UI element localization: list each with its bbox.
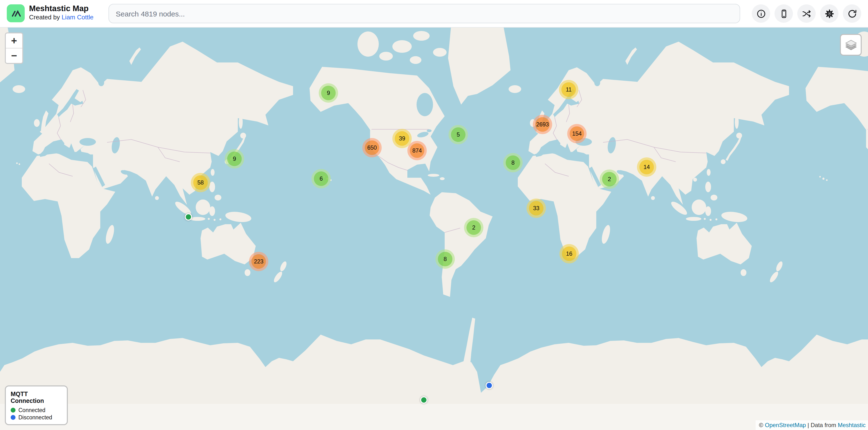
refresh-button[interactable] [843, 4, 861, 23]
map-attribution: © OpenStreetMap | Data from Meshtastic [755, 420, 868, 430]
legend-title: MQTT Connection [11, 391, 62, 404]
node-cluster-marker[interactable]: 6 [311, 169, 331, 188]
top-bar: Meshtastic Map Created by Liam Cottle [0, 0, 868, 28]
settings-button[interactable] [820, 4, 838, 23]
node-cluster-marker[interactable]: 33 [527, 199, 546, 218]
settings-icon [824, 8, 834, 19]
connected-dot [11, 408, 16, 412]
info-button[interactable] [752, 4, 770, 23]
refresh-icon [847, 8, 857, 19]
node-cluster-marker[interactable]: 8 [503, 153, 523, 172]
node-cluster-marker[interactable]: 58 [191, 173, 210, 192]
node-cluster-marker[interactable]: 8 [435, 250, 455, 269]
node-marker-connected[interactable] [420, 396, 428, 404]
markers-layer: 911269315439565087498142658332223816 [0, 27, 868, 430]
node-cluster-marker[interactable]: 874 [407, 141, 427, 160]
node-marker-disconnected[interactable] [486, 382, 493, 389]
zoom-out-button[interactable]: − [6, 48, 22, 63]
node-cluster-marker[interactable]: 2 [600, 169, 619, 189]
attribution-separator: | Data from [806, 422, 838, 429]
header-buttons [752, 4, 861, 23]
meshtastic-logo [7, 4, 25, 22]
legend-item-label: Connected [19, 407, 45, 413]
zoom-in-button[interactable]: + [6, 33, 22, 48]
zoom-control: + − [5, 32, 23, 64]
node-cluster-marker[interactable]: 11 [559, 80, 578, 99]
mobile-app-button[interactable] [775, 4, 793, 23]
legend-item-disconnected: Disconnected [11, 415, 62, 420]
layers-icon [843, 37, 858, 52]
node-cluster-marker[interactable]: 154 [567, 124, 587, 143]
node-marker-connected[interactable] [185, 213, 192, 221]
mobile-app-icon [779, 8, 789, 19]
meshtastic-map-app: 911269315439565087498142658332223816 + −… [0, 0, 868, 430]
mqtt-connection-legend: MQTT Connection Connected Disconnected [5, 386, 68, 425]
shuffle-random-node-icon [801, 8, 812, 19]
node-cluster-marker[interactable]: 5 [448, 125, 468, 144]
page-title: Meshtastic Map [29, 4, 93, 13]
world-map[interactable]: 911269315439565087498142658332223816 + −… [0, 27, 868, 430]
info-icon [756, 8, 766, 19]
stage: 911269315439565087498142658332223816 + −… [0, 0, 868, 430]
node-cluster-marker[interactable]: 9 [225, 149, 244, 168]
node-cluster-marker[interactable]: 2693 [533, 115, 552, 134]
disconnected-dot [11, 415, 16, 420]
node-cluster-marker[interactable]: 650 [362, 138, 382, 157]
legend-item-connected: Connected [11, 407, 62, 413]
title-block: Meshtastic Map Created by Liam Cottle [29, 4, 93, 21]
openstreetmap-link[interactable]: OpenStreetMap [765, 422, 806, 429]
node-cluster-marker[interactable]: 2 [464, 218, 484, 237]
node-cluster-marker[interactable]: 16 [559, 244, 579, 263]
node-cluster-marker[interactable]: 9 [319, 83, 338, 103]
layers-control-button[interactable] [840, 34, 862, 56]
subtitle-prefix: Created by [29, 13, 62, 21]
legend-item-label: Disconnected [19, 415, 52, 420]
random-node-button[interactable] [797, 4, 816, 23]
meshtastic-link[interactable]: Meshtastic [838, 422, 866, 429]
attribution-copyright: © [759, 422, 765, 429]
author-link[interactable]: Liam Cottle [62, 13, 93, 21]
page-subtitle: Created by Liam Cottle [29, 14, 93, 21]
search-input[interactable] [108, 4, 740, 23]
node-cluster-marker[interactable]: 223 [249, 252, 268, 271]
meshtastic-logo-icon [9, 7, 22, 20]
node-cluster-marker[interactable]: 14 [637, 157, 656, 177]
